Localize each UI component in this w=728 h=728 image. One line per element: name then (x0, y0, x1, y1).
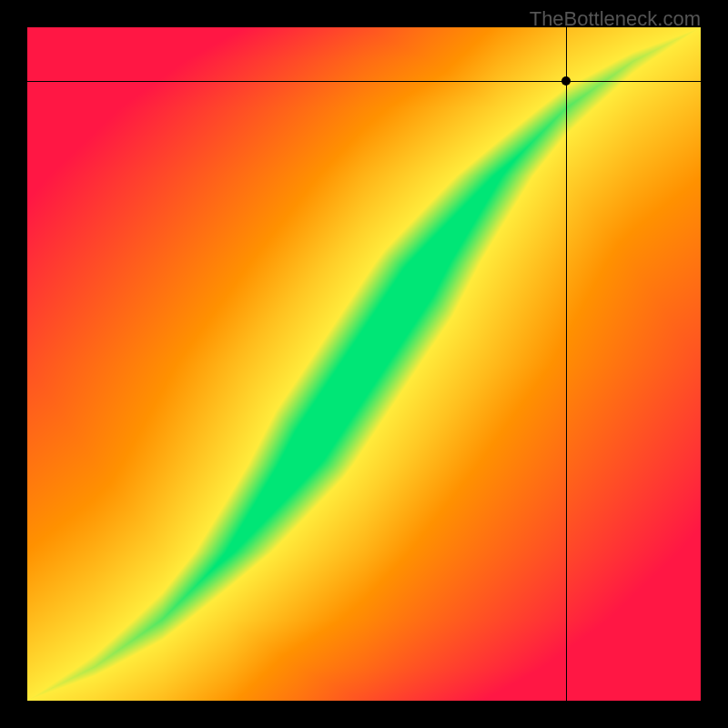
crosshair-horizontal (27, 81, 701, 82)
chart-container: TheBottleneck.com (0, 0, 728, 728)
crosshair-vertical (566, 27, 567, 701)
crosshair-marker-dot (561, 76, 571, 86)
watermark-text: TheBottleneck.com (530, 7, 701, 31)
heatmap-canvas (27, 27, 701, 701)
heatmap-plot-area (27, 27, 701, 701)
